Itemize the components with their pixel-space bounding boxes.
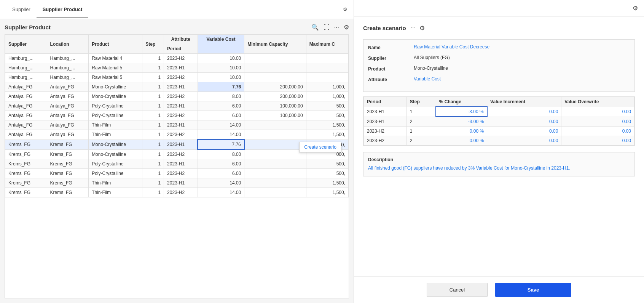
product-label: Product — [368, 66, 414, 72]
bottom-buttons: Cancel Save — [354, 276, 644, 303]
scenario-grid: Period Step % Change Value Increment Val… — [363, 96, 635, 146]
description-text: All finished good (FG) suppliers have re… — [368, 165, 630, 172]
scenario-panel: Create scenario ··· ⚙ Name Raw Material … — [354, 17, 644, 276]
name-value: Raw Material Variable Cost Decreese — [414, 44, 630, 50]
attribute-value: Variable Cost — [414, 76, 630, 82]
field-supplier: Supplier All Suppliers (FG) — [368, 55, 630, 61]
grid-col-step: Step — [406, 97, 436, 107]
product-value: Mono-Crystalline — [414, 66, 630, 71]
create-scenario-tooltip[interactable]: Create scenario — [299, 142, 341, 152]
more-options-icon[interactable]: ··· — [334, 24, 339, 31]
table-header-row: Supplier Product 🔍 ⛶ ··· ⚙ — [5, 24, 349, 31]
col-step: Step — [142, 35, 164, 54]
col-min-cap: Minimum Capacity — [244, 35, 306, 54]
grid-col-period: Period — [364, 97, 407, 107]
cancel-button[interactable]: Cancel — [427, 283, 488, 297]
col-max-cap: Maximum C — [306, 35, 348, 54]
right-top-bar: ⚙ — [354, 0, 644, 17]
col-location: Location — [47, 35, 89, 54]
supplier-value: All Suppliers (FG) — [414, 55, 630, 60]
tab-supplier[interactable]: Supplier — [6, 1, 37, 18]
attribute-label: Attribute — [368, 76, 414, 82]
table-panel: Supplier Product 🔍 ⛶ ··· ⚙ Supplier Loca… — [0, 19, 354, 303]
table-icons: 🔍 ⛶ ··· ⚙ — [311, 24, 349, 31]
scenario-gear-icon[interactable]: ⚙ — [419, 24, 425, 32]
right-gear-icon[interactable]: ⚙ — [633, 5, 638, 12]
search-icon[interactable]: 🔍 — [311, 24, 319, 31]
scenario-title: Create scenario — [363, 25, 406, 31]
tab-supplier-product[interactable]: Supplier Product — [37, 1, 89, 18]
col-product: Product — [89, 35, 142, 54]
grid-col-vo: Value Overwrite — [561, 97, 634, 107]
table-panel-title: Supplier Product — [5, 24, 51, 30]
right-panel: ⚙ Create scenario ··· ⚙ Name Raw Materia… — [354, 0, 644, 303]
supplier-product-table: Supplier Location Product Step Attribute… — [5, 34, 349, 197]
scenario-more-icon[interactable]: ··· — [411, 24, 416, 32]
col-vc-header: Variable Cost — [198, 35, 244, 44]
field-name: Name Raw Material Variable Cost Decreese — [368, 44, 630, 50]
tab-bar: Supplier Supplier Product ⚙ — [0, 0, 354, 19]
col-attribute: Attribute — [164, 35, 198, 44]
settings-icon[interactable]: ⚙ — [344, 24, 349, 31]
name-label: Name — [368, 44, 414, 50]
data-table-wrap: Supplier Location Product Step Attribute… — [5, 34, 349, 298]
field-attribute: Attribute Variable Cost — [368, 76, 630, 82]
expand-icon[interactable]: ⛶ — [324, 24, 330, 31]
grid-col-vi: Value Increment — [487, 97, 561, 107]
tab-gear-icon[interactable]: ⚙ — [343, 6, 348, 12]
col-supplier: Supplier — [5, 35, 47, 54]
col-period: Period — [164, 44, 198, 54]
field-product: Product Mono-Crystalline — [368, 66, 630, 72]
scenario-header-icons: ··· ⚙ — [411, 24, 425, 32]
scenario-header: Create scenario ··· ⚙ — [363, 24, 635, 32]
save-button[interactable]: Save — [495, 283, 571, 297]
supplier-label: Supplier — [368, 55, 414, 61]
description-label: Description — [368, 157, 630, 162]
col-vc-sub — [198, 44, 244, 54]
grid-col-pct: % Change — [436, 97, 487, 107]
description-section: Description All finished good (FG) suppl… — [363, 152, 635, 176]
